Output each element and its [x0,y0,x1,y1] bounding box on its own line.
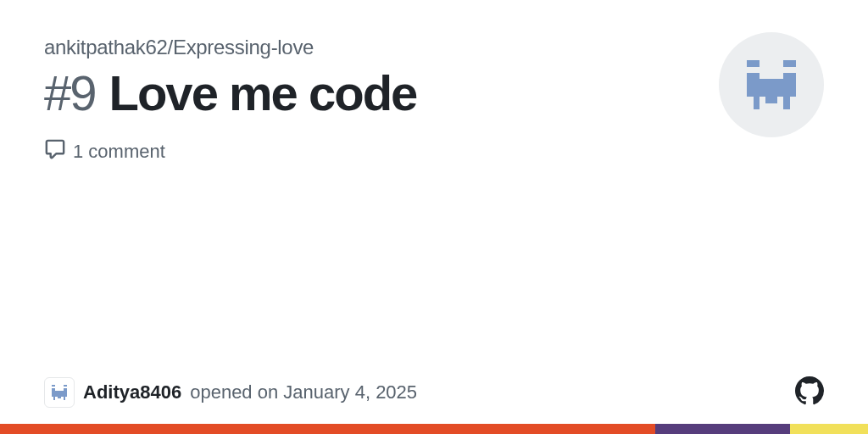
opened-on-text: opened on January 4, 2025 [190,381,417,403]
svg-rect-1 [783,60,795,66]
author-name[interactable]: Aditya8406 [83,381,181,403]
identicon-icon [735,48,808,121]
identicon-icon [47,381,71,404]
svg-rect-12 [55,391,63,397]
svg-rect-6 [783,97,789,108]
issue-number: #9 [44,64,96,121]
svg-rect-0 [747,60,759,66]
issue-title-line: #9 Love me code [44,64,719,121]
comments-text: 1 comment [73,141,165,163]
comments-count: 1 comment [44,138,719,165]
svg-rect-2 [747,73,759,97]
svg-rect-13 [53,397,55,401]
language-stripe [0,424,868,434]
svg-rect-10 [52,388,56,396]
svg-rect-15 [58,397,62,398]
repo-path[interactable]: ankitpathak62/Expressing-love [44,36,719,59]
svg-rect-7 [765,97,777,103]
svg-rect-4 [760,79,784,97]
svg-rect-8 [52,385,56,387]
avatar[interactable] [719,32,824,137]
svg-rect-11 [64,388,68,396]
svg-rect-5 [754,97,760,108]
github-logo-icon[interactable] [795,376,824,409]
issue-title: Love me code [109,64,417,121]
author-info: Aditya8406 opened on January 4, 2025 [44,377,417,408]
svg-rect-14 [64,397,65,401]
svg-rect-3 [783,73,795,97]
svg-rect-9 [64,385,68,387]
comment-icon [44,138,66,165]
author-avatar[interactable] [44,377,75,408]
